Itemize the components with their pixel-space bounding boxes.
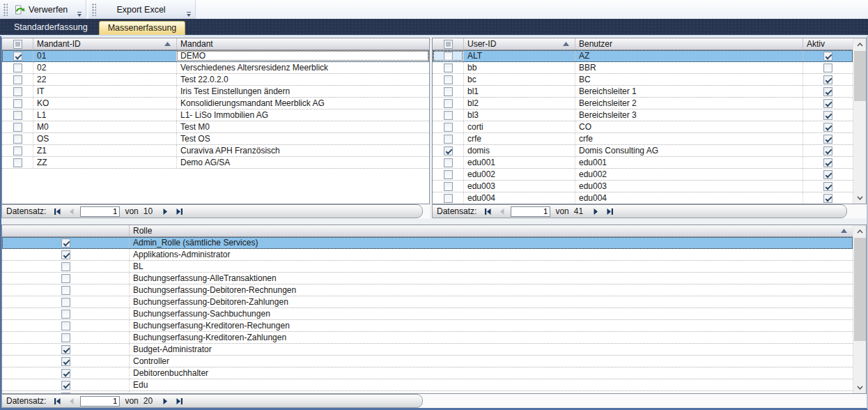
record-position-input[interactable] <box>80 206 120 217</box>
aktiv-checkbox[interactable] <box>803 157 853 168</box>
row-checkbox[interactable] <box>433 121 463 132</box>
toolstrip-overflow-icon[interactable] <box>76 1 84 19</box>
table-row[interactable]: Controller <box>2 356 853 367</box>
benutzer-cell[interactable]: edu004 <box>575 192 803 204</box>
column-header-benutzer[interactable]: Benutzer <box>575 38 803 50</box>
table-row[interactable]: Buchungserfassung-Sachbuchungen <box>2 308 853 320</box>
table-row[interactable]: bbBBR <box>433 62 853 74</box>
row-checkbox[interactable] <box>2 157 33 168</box>
mandant-name-cell[interactable]: DEMO <box>176 50 429 61</box>
mandant-name-cell[interactable]: Test M0 <box>176 121 429 132</box>
record-position-input[interactable] <box>511 206 550 217</box>
next-record-button[interactable] <box>589 206 602 217</box>
table-row[interactable]: 01DEMO <box>2 50 429 62</box>
row-checkbox[interactable] <box>433 98 463 109</box>
table-row[interactable]: edu001edu001 <box>433 157 853 169</box>
row-checkbox[interactable] <box>2 121 33 132</box>
table-row[interactable]: Debitorenbuchhalter <box>2 367 853 379</box>
user-id-cell[interactable]: edu004 <box>463 192 575 204</box>
rolle-checkbox-column-header[interactable] <box>2 225 129 236</box>
aktiv-checkbox[interactable] <box>803 133 853 144</box>
rolle-cell[interactable]: Buchungserfasung-Kreditoren-Zahlungen <box>129 332 853 343</box>
table-row[interactable]: edu002edu002 <box>433 169 853 181</box>
select-all-checkbox[interactable] <box>433 38 463 50</box>
row-checkbox[interactable] <box>2 98 33 109</box>
benutzer-cell[interactable]: BC <box>575 74 803 85</box>
last-record-button[interactable] <box>604 206 617 217</box>
previous-record-button[interactable] <box>496 206 509 217</box>
table-row[interactable]: Budget-Administrator <box>2 344 853 356</box>
aktiv-checkbox[interactable] <box>803 145 853 156</box>
row-checkbox[interactable] <box>433 50 463 61</box>
row-checkbox[interactable] <box>2 284 129 296</box>
table-row[interactable]: edu004edu004 <box>433 192 853 204</box>
benutzer-cell[interactable]: Bereichsleiter 3 <box>575 109 803 121</box>
toolstrip-grip[interactable] <box>92 3 96 16</box>
mandant-id-cell[interactable]: 02 <box>33 62 176 73</box>
first-record-button[interactable] <box>51 395 63 407</box>
table-row[interactable]: M0Test M0 <box>2 121 429 133</box>
table-row[interactable]: ITIris Test Einstellungen ändern <box>2 86 429 98</box>
aktiv-checkbox[interactable] <box>803 121 853 132</box>
row-checkbox[interactable] <box>2 332 129 343</box>
rolle-cell[interactable]: Buchungserfasung-Kreditoren-Rechungen <box>129 320 853 331</box>
row-checkbox[interactable] <box>2 133 33 144</box>
mandant-id-cell[interactable]: IT <box>33 86 176 97</box>
first-record-button[interactable] <box>51 206 63 217</box>
rolle-cell[interactable]: BL <box>129 261 853 272</box>
benutzer-cell[interactable]: crfe <box>575 133 803 144</box>
aktiv-checkbox[interactable] <box>803 98 853 109</box>
table-row[interactable]: cortiCO <box>433 121 853 133</box>
mandant-name-cell[interactable]: Test 22.0.2.0 <box>176 74 429 85</box>
next-record-button[interactable] <box>159 395 171 407</box>
rolle-cell[interactable]: Debitorenbuchhalter <box>129 367 853 379</box>
row-checkbox[interactable] <box>433 157 463 168</box>
row-checkbox[interactable] <box>2 296 129 308</box>
mandant-id-cell[interactable]: KO <box>33 98 176 109</box>
user-id-cell[interactable]: ALT <box>463 50 575 61</box>
scroll-down-icon[interactable] <box>853 381 867 393</box>
aktiv-checkbox[interactable] <box>803 50 853 61</box>
record-position-input[interactable] <box>80 396 120 407</box>
benutzer-cell[interactable]: AZ <box>575 50 803 61</box>
row-checkbox[interactable] <box>2 379 129 390</box>
row-checkbox[interactable] <box>433 145 463 156</box>
mandant-id-cell[interactable]: L1 <box>33 109 176 121</box>
row-checkbox[interactable] <box>2 320 129 331</box>
mandant-id-cell[interactable]: Z1 <box>33 145 176 156</box>
row-checkbox[interactable] <box>2 367 129 379</box>
mandant-name-cell[interactable]: Curaviva APH Französisch <box>176 145 429 156</box>
user-id-cell[interactable]: bb <box>463 62 575 73</box>
table-row[interactable]: bl1Bereichsleiter 1 <box>433 86 853 98</box>
rolle-cell[interactable]: Buchungserfassung-Debitoren-Zahlungen <box>129 296 853 308</box>
row-checkbox[interactable] <box>2 356 129 367</box>
user-id-cell[interactable]: bc <box>463 74 575 85</box>
rolle-cell[interactable]: Budget-Administrator <box>129 344 853 355</box>
user-id-cell[interactable]: edu002 <box>463 169 575 180</box>
next-record-button[interactable] <box>159 206 171 217</box>
tab-massenerfassung[interactable]: Massenerfassung <box>99 21 186 35</box>
previous-record-button[interactable] <box>65 206 78 217</box>
rolle-cell[interactable]: Edu <box>129 379 853 390</box>
row-checkbox[interactable] <box>2 249 129 260</box>
row-checkbox[interactable] <box>433 86 463 97</box>
benutzer-cell[interactable]: CO <box>575 121 803 132</box>
table-row[interactable]: BL <box>2 261 853 273</box>
vertical-scrollbar[interactable] <box>853 225 866 393</box>
table-row[interactable]: Applikations-Administrator <box>2 249 853 261</box>
row-checkbox[interactable] <box>2 261 129 272</box>
user-id-cell[interactable]: bl2 <box>463 98 575 109</box>
aktiv-checkbox[interactable] <box>803 109 853 121</box>
benutzer-cell[interactable]: Bereichsleiter 1 <box>575 86 803 97</box>
table-row[interactable]: 22Test 22.0.2.0 <box>2 74 429 86</box>
user-id-cell[interactable]: bl1 <box>463 86 575 97</box>
tab-standarderfassung[interactable]: Standarderfassung <box>6 21 96 35</box>
row-checkbox[interactable] <box>433 133 463 144</box>
user-id-cell[interactable]: domis <box>463 145 575 156</box>
table-row[interactable]: OSTest OS <box>2 133 429 145</box>
aktiv-checkbox[interactable] <box>803 62 853 73</box>
select-all-checkbox[interactable] <box>2 38 33 50</box>
benutzer-cell[interactable]: edu001 <box>575 157 803 168</box>
row-checkbox[interactable] <box>2 237 129 248</box>
mandant-name-cell[interactable]: Verschiedenes Altersresidenz Meerblick <box>176 62 429 73</box>
